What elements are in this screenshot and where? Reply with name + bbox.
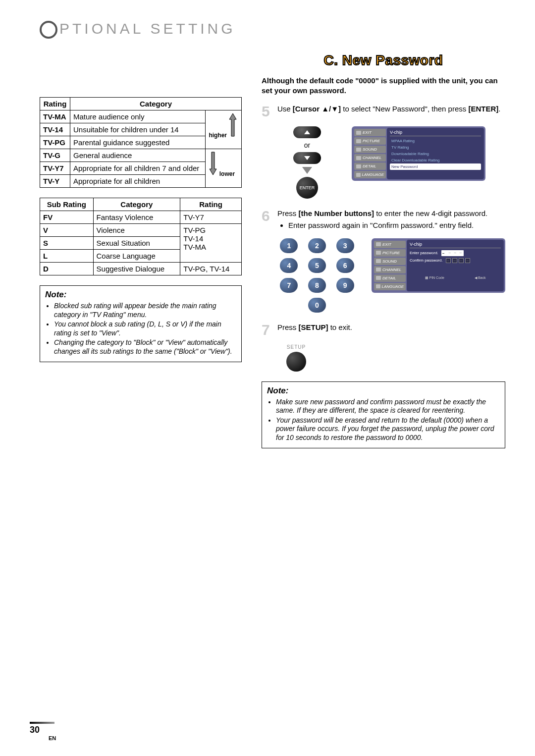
category-cell: Parental guidance suggested	[70, 136, 206, 149]
num-0-button[interactable]: 0	[308, 298, 326, 313]
osd-footer-back: ◀ Back	[475, 276, 486, 280]
arrow-up-icon	[228, 112, 237, 137]
osd-item-selected: New Password	[390, 163, 481, 170]
setup-button[interactable]	[286, 352, 306, 372]
category-cell: General audience	[70, 149, 206, 162]
num-8-button[interactable]: 8	[308, 278, 326, 293]
enter-button[interactable]: ENTER	[296, 177, 318, 199]
page-title-text: PTIONAL SETTING	[59, 20, 236, 37]
num-7-button[interactable]: 7	[280, 278, 298, 293]
osd-side-language: LANGUAGE	[374, 283, 406, 290]
sub-cell: L	[40, 250, 94, 263]
num-4-button[interactable]: 4	[280, 258, 298, 273]
language-label: EN	[49, 735, 56, 741]
osd-footer-pin: ▦ PIN Code	[425, 276, 444, 280]
sound-icon	[376, 259, 381, 263]
page-title: PTIONAL SETTING	[40, 20, 505, 38]
remote-setup-block: SETUP	[281, 344, 311, 372]
detail-icon	[356, 164, 361, 168]
sub-cell: Fantasy Violence	[93, 211, 180, 224]
sub-cell: Coarse Language	[93, 250, 180, 263]
page-number-bar-icon	[30, 722, 54, 724]
step-6: 6 Press [the Number buttons] to enter th…	[262, 209, 505, 231]
note-item: Changing the category to "Block" or "Vie…	[54, 338, 236, 356]
sub-cell-merged: TV-PG TV-14 TV-MA	[180, 224, 242, 263]
osd-side-channel: CHANNEL	[354, 154, 386, 162]
osd-item: TV Rating	[390, 144, 481, 151]
osd-item: MPAA Rating	[390, 138, 481, 144]
step-bullet: Enter password again in "Confirm passwor…	[288, 220, 505, 230]
section-header-text: C. New Password	[324, 53, 443, 68]
sub-rating-col-header: Rating	[180, 198, 242, 211]
sub-cell: FV	[40, 211, 94, 224]
channel-icon	[356, 156, 361, 160]
num-5-button[interactable]: 5	[308, 258, 326, 273]
category-header: Category	[70, 98, 242, 110]
num-2-button[interactable]: 2	[308, 238, 326, 253]
exit-icon	[376, 242, 381, 246]
osd-side-picture: PICTURE	[374, 249, 406, 257]
enter-password-row: Enter password.	[410, 250, 501, 256]
step-5: 5 Use [Cursor ▲/▼] to select "New Passwo…	[262, 104, 505, 119]
sub-cell: Suggestive Dialogue	[93, 263, 180, 275]
section-header: C. New Password	[262, 53, 505, 68]
note-title: Note:	[267, 386, 500, 396]
sub-cell: V	[40, 224, 94, 237]
remote-cursor-block: or ENTER	[277, 126, 337, 199]
lower-label: lower	[219, 170, 235, 177]
num-1-button[interactable]: 1	[280, 238, 298, 253]
step-body: Use [Cursor ▲/▼] to select "New Password…	[277, 104, 505, 119]
osd-side-picture: PICTURE	[354, 137, 386, 145]
osd-side-language: LANGUAGE	[354, 171, 386, 178]
step-body: Press [the Number buttons] to enter the …	[277, 209, 505, 231]
rating-cell: TV-PG	[40, 136, 70, 149]
sub-cell: D	[40, 263, 94, 275]
rating-cell: TV-MA	[40, 110, 70, 123]
cursor-up-button[interactable]	[293, 126, 321, 138]
confirm-password-label: Confirm password.	[410, 258, 443, 263]
sub-cell: S	[40, 237, 94, 250]
or-label: or	[277, 141, 337, 149]
note-item: Your password will be erased and return …	[276, 416, 500, 442]
cursor-down-button[interactable]	[293, 152, 321, 164]
note-title: Note:	[45, 290, 236, 300]
osd-side-sound: SOUND	[354, 146, 386, 153]
note-box-left: Note: Blocked sub rating will appear bes…	[40, 285, 242, 362]
detail-icon	[376, 276, 381, 280]
rating-cell: TV-G	[40, 149, 70, 162]
channel-icon	[376, 268, 381, 271]
sub-cell: TV-Y7	[180, 211, 242, 224]
step-number: 7	[262, 323, 277, 337]
lower-arrow-cell: lower	[206, 149, 242, 188]
rating-table: Rating Category TV-MA Mature audience on…	[40, 97, 242, 188]
osd-side-channel: CHANNEL	[374, 266, 406, 273]
picture-icon	[376, 251, 381, 255]
num-9-button[interactable]: 9	[336, 278, 354, 293]
osd-side-sound: SOUND	[374, 258, 406, 265]
osd-title: V-chip	[390, 130, 481, 136]
category-cell: Appropriate for all children 7 and older	[70, 162, 206, 175]
note-item: Make sure new password and confirm passw…	[276, 398, 500, 415]
category-cell: Appropriate for all children	[70, 175, 206, 188]
note-item: Blocked sub rating will appear beside th…	[54, 302, 236, 319]
osd-side-exit: EXIT	[374, 241, 406, 248]
sound-icon	[356, 148, 361, 152]
higher-arrow-cell: higher	[206, 110, 242, 149]
osd-side-exit: EXIT	[354, 129, 386, 136]
osd-vchip-menu: EXIT PICTURE SOUND CHANNEL DETAIL LANGUA…	[352, 126, 485, 181]
num-6-button[interactable]: 6	[336, 258, 354, 273]
rating-cell: TV-Y	[40, 175, 70, 188]
num-3-button[interactable]: 3	[336, 238, 354, 253]
category-cell: Unsuitable for children under 14	[70, 123, 206, 136]
step-number: 6	[262, 209, 277, 231]
remote-numpad: 1 2 3 4 5 6 7 8 9 0	[277, 238, 357, 313]
osd-item: Downloadable Rating	[390, 151, 481, 157]
rating-cell: TV-Y7	[40, 162, 70, 175]
note-box-right: Note: Make sure new password and confirm…	[262, 381, 505, 449]
sub-rating-header: Sub Rating	[40, 198, 94, 211]
higher-label: higher	[209, 132, 227, 139]
note-item: You cannot block a sub rating (D, L, S o…	[54, 320, 236, 337]
step-7: 7 Press [SETUP] to exit.	[262, 323, 505, 337]
language-icon	[356, 173, 361, 177]
category-cell: Mature audience only	[70, 110, 206, 123]
